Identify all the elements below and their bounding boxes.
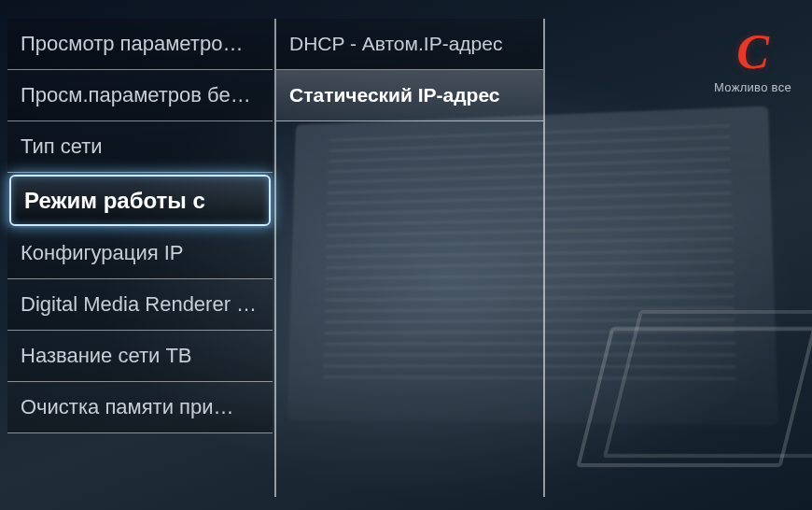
menu-item-ip-config[interactable]: Конфигурация IP — [7, 228, 273, 279]
menu-item-network-type[interactable]: Тип сети — [7, 121, 273, 173]
menu-right-column: DHCP - Автом.IP-адрес Статический IP-адр… — [274, 19, 545, 497]
menu-item-clear-memory[interactable]: Очистка памяти при… — [7, 382, 273, 433]
right-column-spacer — [276, 121, 543, 497]
watermark-cube — [576, 327, 812, 467]
settings-menu: Просмотр параметро… Просм.параметров бе…… — [7, 19, 545, 497]
menu-left-column: Просмотр параметро… Просм.параметров бе…… — [7, 19, 273, 497]
channel-logo-letter: С — [714, 28, 791, 77]
menu-item-view-wireless-params[interactable]: Просм.параметров бе… — [7, 70, 273, 121]
menu-item-tv-network-name[interactable]: Название сети ТВ — [7, 331, 273, 382]
menu-item-dmr[interactable]: Digital Media Renderer … — [7, 279, 273, 331]
option-dhcp-auto[interactable]: DHCP - Автом.IP-адрес — [276, 19, 543, 70]
menu-item-view-params[interactable]: Просмотр параметро… — [7, 19, 273, 70]
channel-tagline: Можливо все — [714, 80, 791, 94]
option-static-ip[interactable]: Статический IP-адрес — [276, 70, 543, 121]
channel-logo: С Можливо все — [714, 28, 791, 94]
menu-item-operating-mode[interactable]: Режим работы с — [9, 175, 271, 226]
